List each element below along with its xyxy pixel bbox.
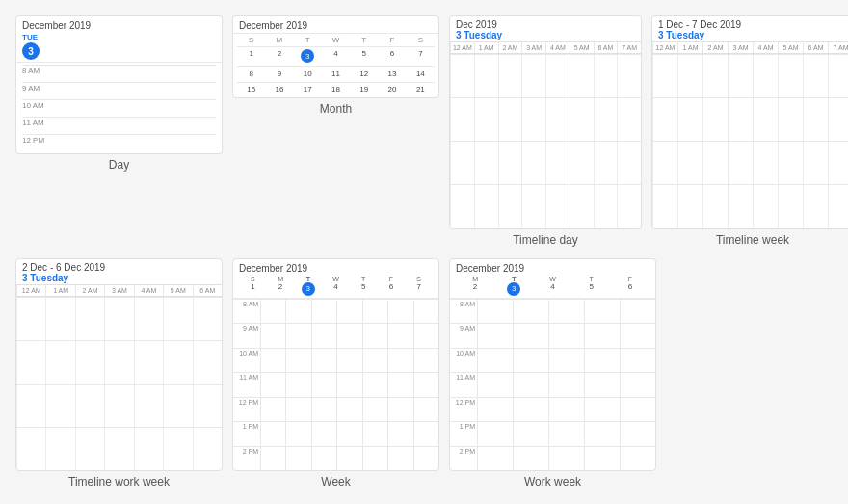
day-title: December 2019 [22, 20, 216, 31]
timeline-ww-label: Timeline work week [68, 475, 170, 489]
week-day-w [336, 299, 361, 471]
timeline-week-label: Timeline week [716, 233, 789, 247]
month-days-header: S M T W T F S [237, 36, 435, 44]
week-col-f: F 6 [378, 276, 406, 296]
timeline-ww-body [16, 297, 222, 471]
timeline-week-header: 1 Dec - 7 Dec 2019 3 Tuesday [652, 16, 848, 42]
time-row-12pm: 12 PM [22, 134, 216, 151]
week-day-t [311, 299, 336, 471]
day-label: Day [109, 158, 129, 172]
timeline-ww-header: 2 Dec - 6 Dec 2019 3 Tuesday [16, 259, 222, 285]
week-col-m: M 2 [267, 276, 295, 296]
month-week-1: 1 2 3 4 5 6 7 [237, 46, 435, 65]
tl-week-row-4 [652, 184, 848, 227]
day-view-container: December 2019 TUE 3 8 AM 9 AM 10 AM 11 A… [15, 15, 223, 247]
month-header: December 2019 [233, 16, 438, 34]
ww-highlight-3: 3 [507, 282, 520, 296]
week-day-m [285, 299, 310, 471]
month-label: Month [320, 102, 352, 116]
week-title: December 2019 [239, 263, 433, 274]
timeline-day-body [450, 54, 641, 228]
ww-day-t [513, 299, 548, 471]
week-col-s2: S 7 [405, 276, 433, 296]
timeline-day-title: Dec 2019 [456, 19, 635, 30]
week-col-s1: S 1 [239, 276, 267, 296]
tl-week-row-1 [652, 54, 848, 97]
tl-day-row-3 [450, 141, 641, 184]
week-header: December 2019 S 1 M 2 T 3 W [233, 259, 438, 299]
tl-ww-row-2 [16, 340, 222, 384]
timeline-day-hours-row: 12 AM 1 AM 2 AM 3 AM 4 AM 5 AM 6 AM 7 AM [450, 42, 641, 54]
tl-day-row-2 [450, 97, 641, 141]
ww-col-m: M 2 [456, 276, 494, 296]
month-week-2: 8 9 10 11 12 13 14 [237, 66, 435, 80]
workweek-view-container: December 2019 M 2 T 3 W 4 T [449, 258, 656, 490]
workweek-day-headers: M 2 T 3 W 4 T 5 [456, 276, 649, 296]
week-col-t-highlight: T 3 [294, 276, 322, 296]
workweek-time-col: 8 AM 9 AM 10 AM 11 AM 12 PM 1 PM 2 PM [450, 299, 477, 471]
timeline-day-label: Timeline day [513, 233, 578, 247]
timeline-ww-title: 2 Dec - 6 Dec 2019 [22, 262, 216, 273]
ww-col-t2: T 5 [572, 276, 611, 296]
day-header: December 2019 TUE 3 [16, 16, 222, 63]
workweek-card: December 2019 M 2 T 3 W 4 T [449, 258, 656, 472]
week-day-t2 [362, 299, 387, 471]
timeline-ww-date: 3 Tuesday [22, 273, 216, 283]
day-time-grid: 8 AM 9 AM 10 AM 11 AM 12 PM [16, 63, 222, 153]
week-day-headers: S 1 M 2 T 3 W 4 [239, 276, 433, 296]
timeline-week-hours: 12 AM 1 AM 2 AM 3 AM 4 AM 5 AM 6 AM 7 AM [652, 42, 848, 53]
tl-week-row-2 [652, 97, 848, 141]
ww-day-m [477, 299, 513, 471]
workweek-body: 8 AM 9 AM 10 AM 11 AM 12 PM 1 PM 2 PM [450, 299, 655, 471]
week-card: December 2019 S 1 M 2 T 3 W [232, 258, 439, 472]
timeline-week-title: 1 Dec - 7 Dec 2019 [658, 19, 847, 30]
month-card: December 2019 S M T W T F S 1 2 [232, 15, 439, 98]
week-day-f [387, 299, 412, 471]
tl-day-row-1 [450, 54, 641, 97]
month-highlight-3: 3 [301, 49, 314, 63]
row-2: 2 Dec - 6 Dec 2019 3 Tuesday 12 AM 1 AM … [15, 258, 833, 490]
timeline-day-card: Dec 2019 3 Tuesday 12 AM 1 AM 2 AM 3 AM … [449, 15, 642, 229]
time-row-11am: 11 AM [22, 117, 216, 134]
week-highlight-3: 3 [302, 282, 315, 296]
timeline-week-container: 1 Dec - 7 Dec 2019 3 Tuesday 12 AM 1 AM … [651, 15, 848, 247]
tl-week-row-3 [652, 141, 848, 184]
timeline-week-body [652, 54, 848, 228]
day-tue-label: TUE [22, 33, 38, 41]
workweek-label: Work week [524, 475, 581, 489]
timeline-week-card: 1 Dec - 7 Dec 2019 3 Tuesday 12 AM 1 AM … [651, 15, 848, 229]
timeline-day-header: Dec 2019 3 Tuesday [450, 16, 641, 42]
week-body: 8 AM 9 AM 10 AM 11 AM 12 PM 1 PM 2 PM [233, 299, 438, 471]
timeline-week-hours-row: 12 AM 1 AM 2 AM 3 AM 4 AM 5 AM 6 AM 7 AM [652, 42, 848, 54]
workweek-header: December 2019 M 2 T 3 W 4 T [450, 259, 655, 299]
month-week-3: 15 16 17 18 19 20 21 [237, 82, 435, 95]
week-view-container: December 2019 S 1 M 2 T 3 W [232, 258, 439, 490]
month-view-container: December 2019 S M T W T F S 1 2 [232, 15, 439, 247]
month-grid: S M T W T F S 1 2 3 4 5 6 [233, 34, 438, 97]
timeline-week-date: 3 Tuesday [658, 30, 847, 40]
tl-day-row-4 [450, 184, 641, 227]
ww-col-t-highlight: T 3 [494, 276, 533, 296]
timeline-day-date: 3 Tuesday [456, 30, 635, 40]
ww-day-w [548, 299, 584, 471]
week-col-t2: T 5 [350, 276, 378, 296]
timeline-workweek-card: 2 Dec - 6 Dec 2019 3 Tuesday 12 AM 1 AM … [15, 258, 223, 472]
day-card: December 2019 TUE 3 8 AM 9 AM 10 AM 11 A… [15, 15, 223, 154]
day-num-circle: 3 [22, 42, 40, 60]
timeline-ww-hours: 12 AM 1 AM 2 AM 3 AM 4 AM 5 AM 6 AM [16, 285, 222, 296]
time-row-10am: 10 AM [22, 99, 216, 117]
week-day-s1 [260, 299, 285, 471]
ww-day-t2 [584, 299, 620, 471]
timeline-day-container: Dec 2019 3 Tuesday 12 AM 1 AM 2 AM 3 AM … [449, 15, 642, 247]
week-day-s2 [413, 299, 438, 471]
ww-day-f [620, 299, 655, 471]
row-1: December 2019 TUE 3 8 AM 9 AM 10 AM 11 A… [15, 15, 833, 247]
timeline-day-hours: 12 AM 1 AM 2 AM 3 AM 4 AM 5 AM 6 AM 7 AM [450, 42, 641, 53]
month-weeks: 1 2 3 4 5 6 7 8 9 10 11 12 [237, 46, 435, 95]
timeline-workweek-container: 2 Dec - 6 Dec 2019 3 Tuesday 12 AM 1 AM … [15, 258, 223, 490]
ww-col-f: F 6 [611, 276, 649, 296]
week-time-col: 8 AM 9 AM 10 AM 11 AM 12 PM 1 PM 2 PM [233, 299, 260, 471]
workweek-days-grid [477, 299, 655, 471]
tl-ww-row-4 [16, 427, 222, 470]
week-col-w: W 4 [322, 276, 350, 296]
